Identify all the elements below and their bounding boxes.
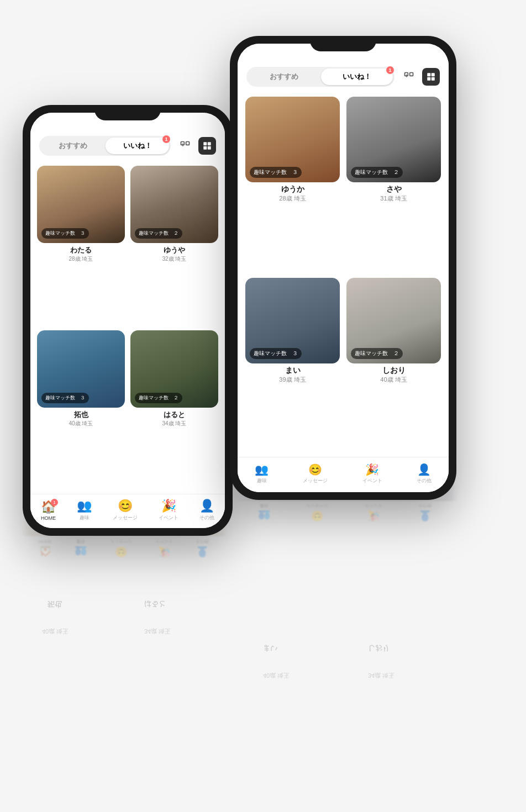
nav-other-1[interactable]: 👤 その他 <box>199 499 214 521</box>
profile-info-shiori: しおり 40歳 埼玉 <box>346 363 441 384</box>
svg-rect-5 <box>208 146 211 150</box>
hobby-icon-2: 👥 <box>255 463 269 476</box>
svg-rect-4 <box>203 146 207 150</box>
match-badge-yuuka: 趣味マッチ数 ３ <box>250 167 302 178</box>
screen-1: おすすめ いいね！ 1 <box>30 113 225 528</box>
nav-ref-hobby-r1: 👥 趣味 <box>75 539 87 558</box>
profile-img-shiori: 趣味マッチ数 ２ <box>346 278 441 363</box>
tab-recommend-2[interactable]: おすすめ <box>248 68 320 85</box>
nav-other-2[interactable]: 👤 その他 <box>417 463 432 484</box>
profile-card-shiori[interactable]: 趣味マッチ数 ２ しおり 40歳 埼玉 <box>346 278 441 452</box>
name-takuya: 拓也 <box>39 410 123 420</box>
profile-img-takuya: 趣味マッチ数 ３ <box>37 330 125 408</box>
profile-img-haruto: 趣味マッチ数 ２ <box>130 330 218 408</box>
profile-info-takuya: 拓也 40歳 埼玉 <box>37 408 125 428</box>
grid-icon-1[interactable] <box>198 137 216 155</box>
profile-card-mai[interactable]: 趣味マッチ数 ３ まい 39歳 埼玉 <box>245 278 340 452</box>
profile-img-yuuka: 趣味マッチ数 ３ <box>245 97 340 182</box>
nav-ref-msg-r2: 😊 メッセージ <box>306 503 328 522</box>
name-yuuka: ゆうか <box>248 184 338 194</box>
header-2: おすすめ いいね！ 1 <box>238 59 449 92</box>
reflected-age-mai: 40歳 埼玉 <box>263 671 290 679</box>
profile-img-saya: 趣味マッチ数 ２ <box>346 97 441 182</box>
profile-card-takuya[interactable]: 趣味マッチ数 ３ 拓也 40歳 埼玉 <box>37 330 125 489</box>
svg-rect-3 <box>208 142 211 145</box>
tab-recommend-1[interactable]: おすすめ <box>41 138 104 154</box>
header-icons-2 <box>400 68 440 86</box>
reflected-name-mai: まい <box>263 644 277 653</box>
name-shiori: しおり <box>349 366 439 376</box>
nav-ref-other-r1: 👤 その他 <box>196 539 209 558</box>
nav-event-2[interactable]: 🎉 イベント <box>362 463 382 484</box>
nav-reflection-1: 🏠 HOME 👥 趣味 😊 メッセージ 🎉 イベント 👤 その他 <box>27 539 220 558</box>
profile-card-wataru[interactable]: 趣味マッチ数 ３ わたる 28歳 埼玉 <box>37 166 125 325</box>
nav-message-1[interactable]: 😊 メッセージ <box>113 499 138 521</box>
badge-2: 1 <box>386 66 394 74</box>
reflected-age-shiori: 34歳 埼玉 <box>368 671 394 679</box>
tab-like-1[interactable]: いいね！ 1 <box>106 138 169 154</box>
tab-like-2[interactable]: いいね！ 1 <box>321 68 393 85</box>
nav-reflection-2: 👥 趣味 😊 メッセージ 🎉 イベント 👤 その他 <box>240 503 450 522</box>
bottom-nav-1: 🏠 HOME 1 👥 趣味 😊 メッセージ 🎉 イベント <box>30 494 225 528</box>
reflected-age-takuya: 40歳 埼玉 <box>42 627 69 635</box>
sub-shiori: 40歳 埼玉 <box>349 376 439 384</box>
nav-ref-msg-r1: 😊 メッセージ <box>110 539 132 558</box>
match-badge-yuuya: 趣味マッチ数 ２ <box>135 228 182 239</box>
filter-icon-1[interactable] <box>176 137 194 155</box>
nav-message-2[interactable]: 😊 メッセージ <box>303 463 328 484</box>
svg-rect-11 <box>432 77 435 81</box>
profile-info-saya: さや 31歳 埼玉 <box>346 182 441 203</box>
nav-ref-hobby-r2: 👥 趣味 <box>258 503 270 522</box>
profile-info-mai: まい 39歳 埼玉 <box>245 363 340 384</box>
notch-2 <box>310 36 376 51</box>
filter-icon-2[interactable] <box>400 68 418 86</box>
nav-hobby-1[interactable]: 👥 趣味 <box>77 499 92 521</box>
nav-other-label-2: その他 <box>417 477 432 484</box>
match-badge-takuya: 趣味マッチ数 ３ <box>41 393 89 403</box>
profile-img-wataru: 趣味マッチ数 ３ <box>37 166 125 243</box>
tab-group-1: おすすめ いいね！ 1 <box>39 136 171 156</box>
nav-event-label-2: イベント <box>362 477 382 484</box>
notch-1 <box>94 105 161 120</box>
nav-hobby-2[interactable]: 👥 趣味 <box>255 463 269 484</box>
reflected-name-takuya: 拓也 <box>48 599 62 609</box>
screen-2: おすすめ いいね！ 1 <box>238 44 449 492</box>
bottom-nav-2: 👥 趣味 😊 メッセージ 🎉 イベント 👤 その他 <box>238 457 449 492</box>
profile-card-yuuya[interactable]: 趣味マッチ数 ２ ゆうや 32歳 埼玉 <box>130 166 218 325</box>
nav-message-label-2: メッセージ <box>303 477 328 484</box>
reflected-age-haruto: 34歳 埼玉 <box>144 627 171 635</box>
profile-card-haruto[interactable]: 趣味マッチ数 ２ はると 34歳 埼玉 <box>130 330 218 489</box>
grid-icon-2[interactable] <box>422 68 440 86</box>
message-icon-2: 😊 <box>308 463 322 476</box>
nav-event-1[interactable]: 🎉 イベント <box>159 499 178 521</box>
match-badge-saya: 趣味マッチ数 ２ <box>351 167 403 178</box>
reflected-name-haruto: はると <box>144 599 166 609</box>
scene: おすすめ いいね！ 1 <box>14 19 512 793</box>
name-mai: まい <box>248 366 338 376</box>
phone-2: おすすめ いいね！ 1 <box>230 36 456 500</box>
profile-card-saya[interactable]: 趣味マッチ数 ２ さや 31歳 埼玉 <box>346 97 441 271</box>
name-saya: さや <box>349 184 439 194</box>
sub-wataru: 28歳 埼玉 <box>39 255 123 263</box>
profile-info-wataru: わたる 28歳 埼玉 <box>37 243 125 263</box>
svg-rect-10 <box>427 77 430 81</box>
hobby-icon: 👥 <box>77 499 92 513</box>
svg-rect-2 <box>203 142 207 145</box>
sub-takuya: 40歳 埼玉 <box>39 420 123 428</box>
nav-event-label: イベント <box>159 514 178 521</box>
profile-img-mai: 趣味マッチ数 ３ <box>245 278 340 363</box>
profile-img-yuuya: 趣味マッチ数 ２ <box>130 166 218 243</box>
badge-1: 1 <box>162 135 170 143</box>
nav-other-label: その他 <box>199 514 214 521</box>
phone-1: おすすめ いいね！ 1 <box>23 105 233 536</box>
nav-home-1[interactable]: 🏠 HOME 1 <box>41 500 56 521</box>
name-yuuya: ゆうや <box>133 245 216 255</box>
profile-card-yuuka[interactable]: 趣味マッチ数 ３ ゆうか 28歳 埼玉 <box>245 97 340 271</box>
profile-grid-2: 趣味マッチ数 ３ ゆうか 28歳 埼玉 <box>238 92 449 457</box>
match-badge-haruto: 趣味マッチ数 ２ <box>135 393 182 403</box>
match-badge-mai: 趣味マッチ数 ３ <box>250 348 302 359</box>
match-badge-wataru: 趣味マッチ数 ３ <box>41 228 89 239</box>
reflected-name-shiori: しおり <box>368 644 390 653</box>
svg-rect-1 <box>186 142 190 145</box>
tab-group-2: おすすめ いいね！ 1 <box>246 67 394 87</box>
